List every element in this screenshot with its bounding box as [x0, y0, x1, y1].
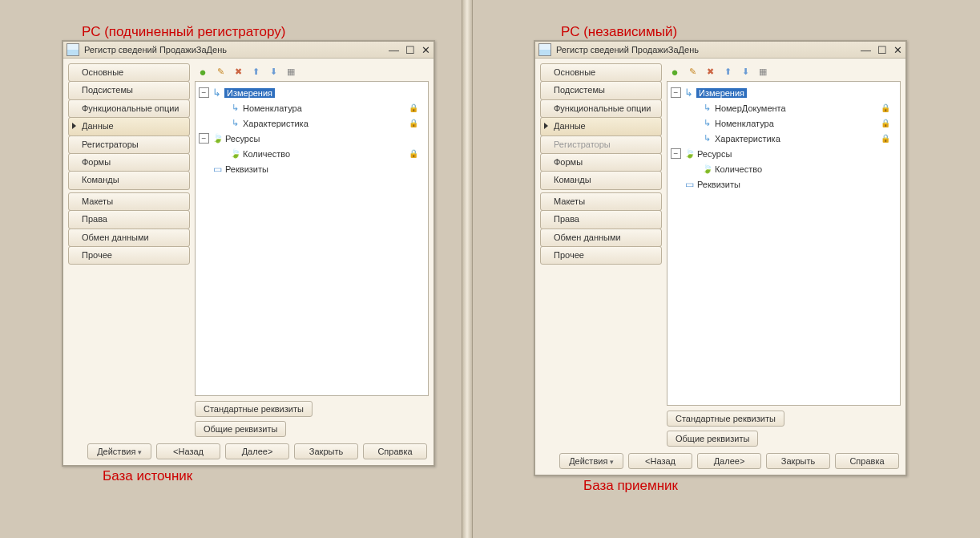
- expand-icon[interactable]: −: [671, 148, 681, 159]
- window-left: Регистр сведений ПродажиЗаДень — ☐ ✕ Осн…: [62, 40, 435, 467]
- tree-item[interactable]: Характеристика: [243, 119, 309, 128]
- expand-icon[interactable]: −: [199, 87, 209, 98]
- down-button[interactable]: ⬇: [267, 65, 280, 78]
- help-button[interactable]: Справка: [363, 443, 427, 459]
- up-button[interactable]: ⬆: [249, 65, 262, 78]
- nav-makety[interactable]: Макеты: [68, 192, 190, 211]
- expand-icon[interactable]: −: [199, 133, 209, 144]
- add-button[interactable]: ●: [668, 65, 681, 78]
- tree-resources[interactable]: Ресурсы: [225, 134, 260, 144]
- nav-dannye[interactable]: Данные: [68, 117, 190, 136]
- actions-button[interactable]: Действия: [87, 443, 151, 459]
- next-button[interactable]: Далее>: [225, 443, 289, 459]
- close-button[interactable]: ✕: [893, 45, 902, 55]
- close-dialog-button[interactable]: Закрыть: [766, 453, 830, 469]
- edit-button[interactable]: ✎: [686, 65, 699, 78]
- dimension-item-icon: ↳: [702, 103, 712, 113]
- close-button[interactable]: ✕: [421, 45, 430, 55]
- common-attrs-button[interactable]: Общие реквизиты: [195, 421, 286, 437]
- nav-obmen[interactable]: Обмен данными: [68, 229, 190, 247]
- attributes-icon: ▭: [684, 179, 694, 190]
- tree-item[interactable]: Количество: [715, 164, 762, 174]
- expand-icon[interactable]: −: [671, 87, 681, 98]
- divider: [462, 0, 473, 538]
- next-button[interactable]: Далее>: [697, 453, 761, 469]
- nav-prochee[interactable]: Прочее: [540, 246, 662, 265]
- window-title: Регистр сведений ПродажиЗаДень: [556, 45, 699, 55]
- tree-attributes[interactable]: Реквизиты: [697, 180, 740, 189]
- tree-item[interactable]: НомерДокумента: [715, 103, 786, 113]
- window-title: Регистр сведений ПродажиЗаДень: [84, 45, 227, 55]
- sort-button[interactable]: ▦: [284, 65, 297, 78]
- minimize-button[interactable]: —: [389, 45, 399, 55]
- nav-osnovnye[interactable]: Основные: [540, 63, 662, 82]
- resource-item-icon: 🍃: [230, 148, 240, 159]
- maximize-button[interactable]: ☐: [877, 45, 887, 55]
- nav-registratory[interactable]: Регистраторы: [68, 136, 190, 154]
- tree-item[interactable]: Номенклатура: [243, 103, 302, 113]
- tree-item[interactable]: Номенклатура: [715, 119, 774, 128]
- nav-podsistemy[interactable]: Подсистемы: [540, 81, 662, 99]
- delete-button[interactable]: ✖: [704, 65, 716, 78]
- tree-attributes[interactable]: Реквизиты: [225, 164, 268, 174]
- back-button[interactable]: <Назад: [156, 443, 220, 459]
- tree-dimensions[interactable]: Измерения: [696, 88, 747, 98]
- lock-icon: 🔒: [409, 103, 425, 112]
- lock-icon: 🔒: [881, 134, 897, 143]
- nav-formy[interactable]: Формы: [68, 153, 190, 172]
- nav-prava[interactable]: Права: [68, 210, 190, 229]
- annot-left-top: РС (подчиненный регистратору): [82, 24, 285, 40]
- close-dialog-button[interactable]: Закрыть: [294, 443, 358, 459]
- register-icon: [538, 43, 551, 56]
- nav-podsistemy[interactable]: Подсистемы: [68, 81, 190, 99]
- nav-obmen[interactable]: Обмен данными: [540, 229, 662, 247]
- common-attrs-button[interactable]: Общие реквизиты: [667, 431, 758, 447]
- attributes-icon: ▭: [212, 164, 222, 175]
- nav-prava[interactable]: Права: [540, 210, 662, 229]
- maximize-button[interactable]: ☐: [405, 45, 415, 55]
- minimize-button[interactable]: —: [861, 45, 871, 55]
- standard-attrs-button[interactable]: Стандартные реквизиты: [667, 411, 784, 427]
- lock-icon: 🔒: [881, 119, 897, 127]
- register-icon: [67, 43, 79, 56]
- dimension-item-icon: ↳: [230, 118, 240, 128]
- tree-dimensions[interactable]: Измерения: [224, 88, 275, 98]
- back-button[interactable]: <Назад: [628, 453, 692, 469]
- resources-icon: 🍃: [684, 148, 694, 159]
- dimension-item-icon: ↳: [230, 103, 240, 113]
- titlebar[interactable]: Регистр сведений ПродажиЗаДень — ☐ ✕: [63, 42, 434, 59]
- lock-icon: 🔒: [409, 149, 425, 158]
- titlebar[interactable]: Регистр сведений ПродажиЗаДень — ☐ ✕: [535, 42, 905, 59]
- down-button[interactable]: ⬇: [739, 65, 752, 78]
- nav-prochee[interactable]: Прочее: [68, 246, 190, 265]
- tree[interactable]: −↳Измерения ↳Номенклатура🔒 ↳Характеристи…: [195, 81, 429, 396]
- nav-func-opts[interactable]: Функциональные опции: [540, 99, 662, 118]
- nav-osnovnye[interactable]: Основные: [68, 63, 190, 82]
- nav-formy[interactable]: Формы: [540, 153, 662, 172]
- nav-dannye[interactable]: Данные: [540, 117, 662, 136]
- dimensions-icon: ↳: [212, 87, 221, 99]
- tree-item[interactable]: Характеристика: [715, 134, 780, 144]
- dimensions-icon: ↳: [684, 87, 693, 99]
- dimension-item-icon: ↳: [702, 118, 712, 128]
- nav-makety[interactable]: Макеты: [540, 192, 662, 211]
- sidebar: Основные Подсистемы Функциональные опции…: [68, 63, 190, 437]
- resource-item-icon: 🍃: [702, 164, 712, 174]
- nav-komandy[interactable]: Команды: [68, 171, 190, 189]
- actions-button[interactable]: Действия: [559, 453, 623, 469]
- nav-komandy[interactable]: Команды: [540, 171, 662, 189]
- standard-attrs-button[interactable]: Стандартные реквизиты: [195, 401, 313, 417]
- edit-button[interactable]: ✎: [214, 65, 227, 78]
- add-button[interactable]: ●: [196, 65, 209, 78]
- tree-item[interactable]: Количество: [243, 149, 290, 159]
- tree[interactable]: −↳Измерения ↳НомерДокумента🔒 ↳Номенклату…: [667, 81, 901, 406]
- tree-resources[interactable]: Ресурсы: [697, 149, 732, 159]
- window-right: Регистр сведений ПродажиЗаДень — ☐ ✕ Осн…: [534, 40, 907, 476]
- up-button[interactable]: ⬆: [721, 65, 734, 78]
- toolbar: ● ✎ ✖ ⬆ ⬇ ▦: [195, 63, 429, 79]
- nav-func-opts[interactable]: Функциональные опции: [68, 99, 190, 118]
- help-button[interactable]: Справка: [835, 453, 899, 469]
- sort-button[interactable]: ▦: [756, 65, 769, 78]
- lock-icon: 🔒: [881, 103, 897, 112]
- delete-button[interactable]: ✖: [232, 65, 244, 78]
